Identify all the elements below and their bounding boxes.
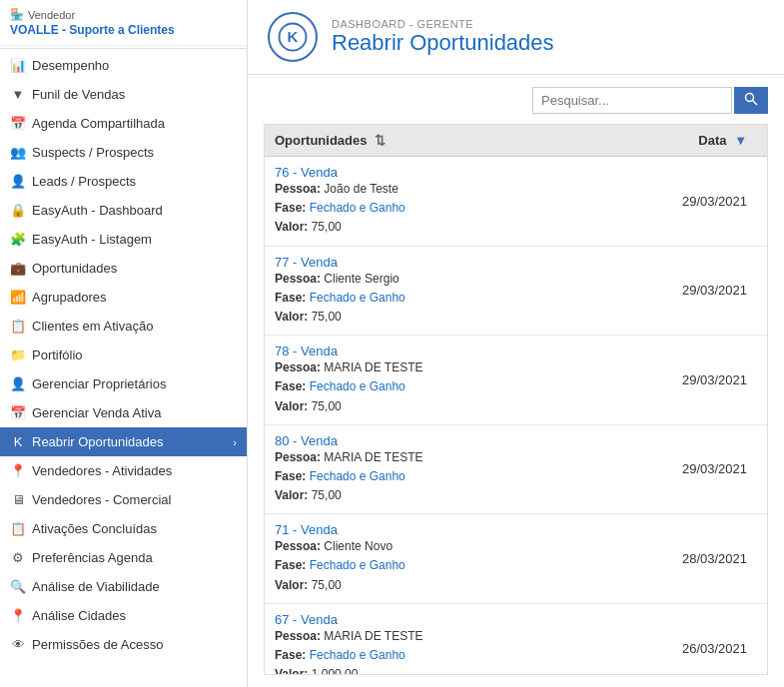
sidebar-icon-agrupadores: 📶 (10, 290, 26, 305)
sidebar-item-portfolio[interactable]: 📁Portifólio (0, 341, 247, 369)
sort-icon-oportunidades: ⇅ (375, 133, 386, 148)
sidebar-icon-analise-viabilidade: 🔍 (10, 579, 26, 594)
sidebar-icon-gerenciar-venda-ativa: 📅 (10, 405, 26, 420)
sidebar-item-desempenho[interactable]: 📊Desempenho (0, 51, 247, 80)
sidebar-label-portfolio: Portifólio (32, 347, 83, 362)
table-row: 77 - VendaPessoa: Cliente SergioFase: Fe… (265, 246, 767, 336)
sidebar-icon-vendedores-atividades: 📍 (10, 463, 26, 478)
header: K DASHBOARD - GERENTE Reabrir Oportunida… (248, 0, 784, 75)
opp-date-67: 26/03/2021 (616, 603, 767, 675)
sidebar-item-agrupadores[interactable]: 📶Agrupadores (0, 283, 247, 312)
sidebar-label-oportunidades: Oportunidades (32, 261, 117, 276)
opp-cell-77: 77 - VendaPessoa: Cliente SergioFase: Fe… (265, 246, 616, 336)
sidebar-icon-leads-prospects: 👤 (10, 174, 26, 189)
opportunities-tbody: 76 - VendaPessoa: João de TesteFase: Fec… (265, 157, 767, 676)
header-text: DASHBOARD - GERENTE Reabrir Oportunidade… (332, 18, 554, 56)
sidebar-item-agenda-compartilhada[interactable]: 📅Agenda Compartilhada (0, 109, 247, 138)
sidebar-item-clientes-ativacao[interactable]: 📋Clientes em Ativação (0, 312, 247, 341)
sidebar-label-gerenciar-venda-ativa: Gerenciar Venda Ativa (32, 405, 161, 420)
sidebar-icon-vendedores-comercial: 🖥 (10, 492, 26, 507)
svg-text:K: K (288, 28, 299, 45)
sidebar-item-reabrir-oportunidades[interactable]: KReabrir Oportunidades› (0, 427, 247, 456)
header-logo: K (268, 12, 318, 62)
logo-icon: K (278, 22, 308, 52)
svg-line-3 (753, 101, 758, 106)
sidebar-item-leads-prospects[interactable]: 👤Leads / Prospects (0, 167, 247, 196)
col-oportunidades: Oportunidades ⇅ (265, 125, 616, 157)
opp-title-67[interactable]: 67 - Venda (275, 612, 606, 627)
sidebar-label-permissoes-acesso: Permissões de Acesso (32, 637, 164, 652)
sidebar-label-easyauth-dashboard: EasyAuth - Dashboard (32, 203, 163, 218)
sidebar-nav: 📊Desempenho▼Funil de Vendas📅Agenda Compa… (0, 51, 247, 659)
search-button[interactable] (734, 87, 768, 114)
opp-detail-71: Pessoa: Cliente NovoFase: Fechado e Ganh… (275, 537, 606, 595)
sort-icon-data: ▼ (734, 133, 747, 148)
search-bar (264, 87, 768, 114)
sidebar-item-easyauth-listagem[interactable]: 🧩EasyAuth - Listagem (0, 225, 247, 254)
opportunities-table: Oportunidades ⇅ Data ▼ 76 - VendaPessoa:… (265, 125, 767, 675)
opp-date-78: 29/03/2021 (616, 336, 767, 425)
sidebar-icon-suspects-prospects: 👥 (10, 145, 26, 160)
sidebar-item-suspects-prospects[interactable]: 👥Suspects / Prospects (0, 138, 247, 167)
vendor-label: 🏪 Vendedor (10, 8, 237, 21)
sidebar-icon-gerenciar-proprietarios: 👤 (10, 376, 26, 391)
sidebar-item-oportunidades[interactable]: 💼Oportunidades (0, 254, 247, 283)
table-row: 78 - VendaPessoa: MARIA DE TESTEFase: Fe… (265, 336, 767, 425)
opp-cell-67: 67 - VendaPessoa: MARIA DE TESTEFase: Fe… (265, 603, 616, 675)
sidebar-item-gerenciar-proprietarios[interactable]: 👤Gerenciar Proprietários (0, 369, 247, 398)
sidebar-item-funil-vendas[interactable]: ▼Funil de Vendas (0, 80, 247, 109)
sidebar-item-analise-viabilidade[interactable]: 🔍Análise de Viabilidade (0, 572, 247, 601)
sidebar-label-agenda-compartilhada: Agenda Compartilhada (32, 116, 165, 131)
sidebar: 🏪 Vendedor VOALLE - Suporte a Clientes 📊… (0, 0, 248, 687)
sidebar-label-agrupadores: Agrupadores (32, 290, 106, 305)
sidebar-label-vendedores-atividades: Vendedores - Atividades (32, 463, 172, 478)
opp-date-80: 29/03/2021 (616, 424, 767, 514)
opp-date-71: 28/03/2021 (616, 514, 767, 604)
sidebar-icon-permissoes-acesso: 👁 (10, 637, 26, 652)
sidebar-item-preferencias-agenda[interactable]: ⚙Preferências Agenda (0, 543, 247, 572)
sidebar-icon-funil-vendas: ▼ (10, 87, 26, 102)
sidebar-label-leads-prospects: Leads / Prospects (32, 174, 136, 189)
opp-title-78[interactable]: 78 - Venda (275, 344, 606, 358)
divider-top (0, 48, 247, 49)
opp-detail-80: Pessoa: MARIA DE TESTEFase: Fechado e Ga… (275, 448, 606, 506)
sidebar-item-easyauth-dashboard[interactable]: 🔒EasyAuth - Dashboard (0, 196, 247, 225)
sidebar-item-permissoes-acesso[interactable]: 👁Permissões de Acesso (0, 630, 247, 659)
opp-cell-80: 80 - VendaPessoa: MARIA DE TESTEFase: Fe… (265, 424, 616, 514)
sidebar-icon-clientes-ativacao: 📋 (10, 319, 26, 334)
sidebar-item-gerenciar-venda-ativa[interactable]: 📅Gerenciar Venda Ativa (0, 398, 247, 427)
sidebar-label-analise-viabilidade: Análise de Viabilidade (32, 579, 160, 594)
sidebar-label-desempenho: Desempenho (32, 58, 109, 73)
opp-title-71[interactable]: 71 - Venda (275, 522, 606, 537)
sidebar-icon-agenda-compartilhada: 📅 (10, 116, 26, 131)
header-subtitle: DASHBOARD - GERENTE (332, 18, 554, 30)
sidebar-label-vendedores-comercial: Vendedores - Comercial (32, 492, 171, 507)
vendor-link[interactable]: VOALLE - Suporte a Clientes (10, 23, 237, 37)
sidebar-icon-oportunidades: 💼 (10, 261, 26, 276)
main-content: K DASHBOARD - GERENTE Reabrir Oportunida… (248, 0, 784, 687)
sidebar-item-vendedores-atividades[interactable]: 📍Vendedores - Atividades (0, 456, 247, 485)
opp-title-77[interactable]: 77 - Venda (275, 255, 606, 270)
store-icon: 🏪 (10, 8, 24, 21)
sidebar-label-easyauth-listagem: EasyAuth - Listagem (32, 232, 152, 247)
sidebar-icon-easyauth-dashboard: 🔒 (10, 203, 26, 218)
opp-title-76[interactable]: 76 - Venda (275, 165, 606, 180)
opp-detail-77: Pessoa: Cliente SergioFase: Fechado e Ga… (275, 270, 606, 328)
sidebar-item-vendedores-comercial[interactable]: 🖥Vendedores - Comercial (0, 485, 247, 514)
opp-cell-76: 76 - VendaPessoa: João de TesteFase: Fec… (265, 157, 616, 247)
sidebar-item-analise-cidades[interactable]: 📍Análise Cidades (0, 601, 247, 630)
search-icon (744, 92, 758, 106)
sidebar-icon-desempenho: 📊 (10, 58, 26, 73)
opp-cell-71: 71 - VendaPessoa: Cliente NovoFase: Fech… (265, 514, 616, 604)
sidebar-icon-analise-cidades: 📍 (10, 608, 26, 623)
sidebar-label-preferencias-agenda: Preferências Agenda (32, 550, 153, 565)
opp-title-80[interactable]: 80 - Venda (275, 433, 606, 448)
search-input[interactable] (532, 87, 732, 114)
opp-detail-78: Pessoa: MARIA DE TESTEFase: Fechado e Ga… (275, 358, 606, 416)
sidebar-item-ativacoes-concluidas[interactable]: 📋Ativações Concluídas (0, 514, 247, 543)
header-title: Reabrir Oportunidades (332, 30, 554, 56)
sidebar-icon-portfolio: 📁 (10, 347, 26, 362)
content-area: Oportunidades ⇅ Data ▼ 76 - VendaPessoa:… (248, 75, 784, 687)
sidebar-label-analise-cidades: Análise Cidades (32, 608, 126, 623)
opp-date-77: 29/03/2021 (616, 246, 767, 336)
